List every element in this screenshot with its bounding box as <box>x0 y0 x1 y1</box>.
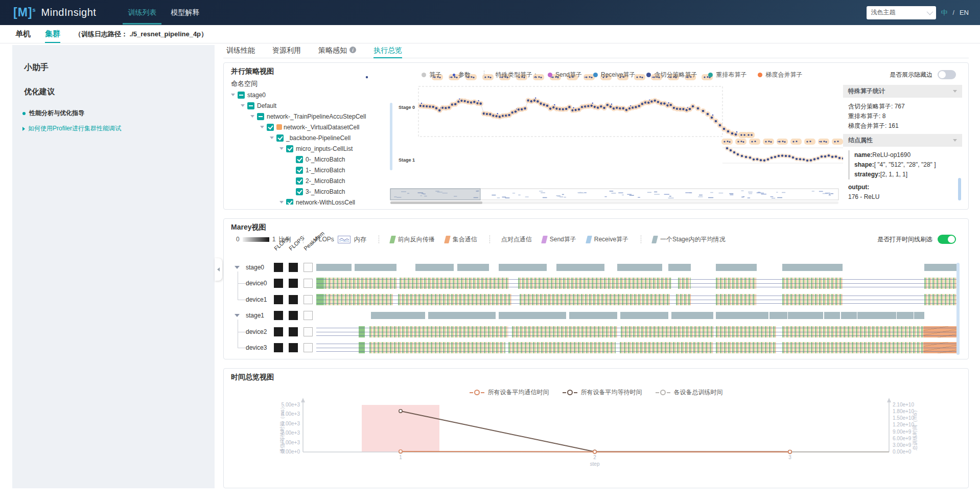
legend-item-所有设备平均等待时间[interactable]: 所有设备平均等待时间 <box>563 388 642 397</box>
metric-checkbox-FLOPs[interactable] <box>274 311 283 320</box>
metric-checkbox-PeakMem[interactable] <box>304 263 313 272</box>
tree-node-_backbone-PipelineCell[interactable]: _backbone-PipelineCell <box>229 132 390 143</box>
tree-checkbox[interactable] <box>296 177 303 185</box>
legend-item-Send算子[interactable]: Send算子 <box>542 235 576 244</box>
tree-checkbox[interactable] <box>267 124 274 131</box>
mindinsight-logo[interactable]: [M]s <box>13 6 36 19</box>
strategy-scatter: Stage 0Stage 1 <box>366 74 898 163</box>
mode-tab-单机[interactable]: 单机 <box>15 29 31 39</box>
time-overview-chart: 5.00e+34.00e+33.00e+32.00e+31.00e+30.00e… <box>224 369 968 488</box>
timeline-band[interactable] <box>316 278 956 289</box>
metric-checkbox-PeakMem[interactable] <box>304 295 313 304</box>
legend-item-重排布算子[interactable]: 重排布算子 <box>708 71 746 79</box>
tab-执行总览[interactable]: 执行总览 <box>374 46 402 58</box>
timeline-band[interactable] <box>316 310 956 321</box>
hidden-edge-toggle[interactable] <box>938 70 956 79</box>
legend-item-一个Stage内的平均情况[interactable]: 一个Stage内的平均情况 <box>652 235 725 244</box>
metric-checkbox-FLOPS[interactable] <box>289 279 298 288</box>
marey-scrollbar[interactable] <box>956 263 960 355</box>
chevron-down-icon <box>926 9 933 15</box>
metric-checkbox-FLOPS[interactable] <box>289 343 298 352</box>
metric-checkbox-PeakMem[interactable] <box>304 343 313 352</box>
stats-header[interactable]: 特殊算子统计 <box>843 85 962 98</box>
tree-node-network-WithLossCell[interactable]: network-WithLossCell <box>229 197 390 205</box>
legend-item-Send算子[interactable]: Send算子 <box>548 71 582 79</box>
timeline-band[interactable] <box>316 262 956 273</box>
tree-checkbox[interactable] <box>257 113 264 120</box>
parallelogram-icon <box>651 236 658 243</box>
tree-checkbox[interactable] <box>238 92 245 99</box>
expand-arrow-icon[interactable] <box>250 115 254 118</box>
expand-arrow-icon[interactable] <box>241 104 245 107</box>
tree-checkbox[interactable] <box>276 134 284 142</box>
legend-item-所有设备平均通信时间[interactable]: 所有设备平均通信时间 <box>470 388 549 397</box>
legend-item-集合通信[interactable]: 集合通信 <box>445 235 477 244</box>
theme-select[interactable]: 浅色主题 <box>867 6 936 19</box>
metric-checkbox-FLOPS[interactable] <box>289 311 298 320</box>
metric-checkbox-FLOPS[interactable] <box>289 263 298 272</box>
expand-arrow-icon[interactable] <box>279 201 284 203</box>
tree-checkbox[interactable] <box>286 199 293 205</box>
nav-item-训练列表[interactable]: 训练列表 <box>121 0 164 25</box>
stats-scrollbar[interactable] <box>958 178 961 200</box>
tree-scrollbar[interactable] <box>390 103 392 170</box>
collapse-arrow-icon[interactable] <box>235 314 240 317</box>
metric-checkbox-PeakMem[interactable] <box>304 327 313 336</box>
metric-checkbox-FLOPS[interactable] <box>289 295 298 304</box>
tree-checkbox[interactable] <box>296 188 303 195</box>
tree-node-network-_TrainPipelineAccuStepCell[interactable]: network-_TrainPipelineAccuStepCell <box>229 111 390 122</box>
expand-arrow-icon[interactable] <box>270 137 274 139</box>
legend-item-前向反向传播[interactable]: 前向反向传播 <box>390 235 435 244</box>
metric-checkbox-FLOPS[interactable] <box>289 327 298 336</box>
tree-node-network-_VirtualDatasetCell[interactable]: network-_VirtualDatasetCell <box>229 122 390 132</box>
metric-checkbox-PeakMem[interactable] <box>304 311 313 320</box>
legend-item-算子[interactable]: 算子 <box>422 71 441 79</box>
brush-toggle[interactable] <box>938 235 956 244</box>
tree-node-1-_MicroBatch[interactable]: 1-_MicroBatch <box>229 165 390 175</box>
info-icon[interactable]: i <box>349 47 356 53</box>
band-segment <box>716 264 757 271</box>
legend-item-含切分策略算子[interactable]: 含切分策略算子 <box>646 71 697 79</box>
tree-checkbox[interactable] <box>296 167 303 174</box>
tab-资源利用[interactable]: 资源利用 <box>272 46 301 58</box>
expand-arrow-icon[interactable] <box>231 94 235 96</box>
profiler-guide-link[interactable]: 如何使用Profiler进行集群性能调试 <box>22 124 215 133</box>
sidebar-collapse-handle[interactable] <box>215 258 222 281</box>
tree-node-stage0[interactable]: stage0 <box>229 89 390 100</box>
metric-checkbox-FLOPs[interactable] <box>274 295 283 304</box>
node-props-header[interactable]: 结点属性 <box>843 134 962 147</box>
lang-zh-button[interactable]: 中 <box>941 8 948 17</box>
expand-arrow-icon[interactable] <box>279 147 284 150</box>
svg-text:step: step <box>590 461 600 467</box>
tree-checkbox[interactable] <box>296 156 303 163</box>
tree-node-2-_MicroBatch[interactable]: 2-_MicroBatch <box>229 175 390 186</box>
metric-checkbox-FLOPs[interactable] <box>274 343 283 352</box>
legend-item-梯度合并算子[interactable]: 梯度合并算子 <box>758 71 802 79</box>
mode-tab-集群[interactable]: 集群 <box>45 29 60 39</box>
tab-训练性能[interactable]: 训练性能 <box>226 46 255 58</box>
timeline-band[interactable] <box>316 294 956 305</box>
tree-checkbox[interactable] <box>247 102 254 109</box>
tree-checkbox[interactable] <box>286 145 293 152</box>
legend-item-Receive算子[interactable]: Receive算子 <box>587 235 628 244</box>
lang-en-button[interactable]: EN <box>960 9 969 16</box>
legend-item-各设备总训练时间[interactable]: 各设备总训练时间 <box>656 388 723 397</box>
tree-node-micro_inputs-CellList[interactable]: micro_inputs-CellList <box>229 143 390 154</box>
tree-node-3-_MicroBatch[interactable]: 3-_MicroBatch <box>229 186 390 197</box>
metric-checkbox-PeakMem[interactable] <box>304 279 313 288</box>
collapse-arrow-icon[interactable] <box>235 266 240 269</box>
metric-checkbox-FLOPs[interactable] <box>274 263 283 272</box>
nav-item-模型解释[interactable]: 模型解释 <box>164 0 206 25</box>
band-segment <box>782 264 843 271</box>
timeline-band[interactable] <box>316 342 956 353</box>
metric-checkbox-FLOPs[interactable] <box>274 279 283 288</box>
main-tabs: 训练性能资源利用策略感知i执行总览 <box>223 46 969 58</box>
tree-node-0-_MicroBatch[interactable]: 0-_MicroBatch <box>229 154 390 165</box>
tab-策略感知[interactable]: 策略感知i <box>318 46 356 58</box>
timeline-band[interactable] <box>316 326 956 337</box>
metric-checkbox-FLOPs[interactable] <box>274 327 283 336</box>
legend-item-Receive算子[interactable]: Receive算子 <box>593 71 635 79</box>
legend-item-参数[interactable]: 参数 <box>453 71 471 79</box>
expand-arrow-icon[interactable] <box>260 126 264 128</box>
tree-node-Default[interactable]: Default <box>229 100 390 111</box>
